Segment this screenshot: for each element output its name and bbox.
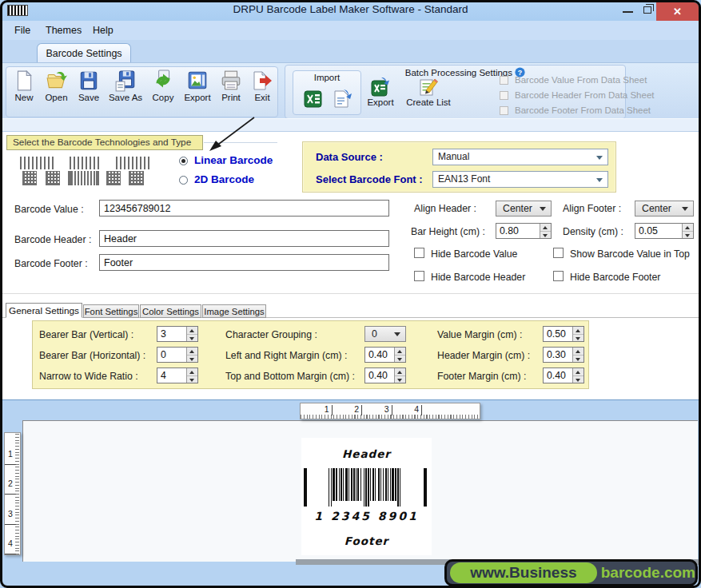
- spinner-buttons[interactable]: [572, 348, 584, 362]
- batch-value-checkbox[interactable]: [500, 76, 508, 85]
- ribbon-lower-strip: [0, 118, 701, 132]
- spin-up-icon: [543, 226, 548, 229]
- spinner-buttons[interactable]: [186, 327, 197, 341]
- copy-button[interactable]: Copy: [146, 70, 180, 116]
- restore-button[interactable]: [643, 6, 651, 14]
- ruler-number: 2: [340, 404, 359, 414]
- vertical-ruler: 1234: [4, 432, 21, 555]
- spin-down-icon: [397, 379, 402, 382]
- spinner-buttons[interactable]: [394, 348, 405, 362]
- align-header-select[interactable]: Center: [496, 201, 552, 217]
- footer-margin-spinner[interactable]: 0.40: [543, 368, 584, 383]
- tab-general-settings[interactable]: General Settings: [6, 303, 82, 318]
- spinner-buttons[interactable]: [682, 224, 693, 238]
- tab-image-settings[interactable]: Image Settings: [202, 304, 266, 318]
- data-source-value: Manual: [438, 151, 469, 162]
- open-button[interactable]: Open: [40, 70, 73, 116]
- excel-icon[interactable]: [303, 89, 324, 109]
- hide-barcode-header-label: Hide Barcode Header: [431, 272, 525, 283]
- barcode-footer-label: Barcode Footer :: [14, 258, 88, 269]
- lr-margin-spinner[interactable]: 0.40: [364, 347, 406, 363]
- minimize-button[interactable]: [623, 11, 633, 13]
- spinner-buttons[interactable]: [540, 224, 551, 238]
- hide-barcode-header-checkbox[interactable]: [414, 271, 424, 281]
- barcode-graphic: [301, 468, 432, 507]
- linear-barcode-label[interactable]: Linear Barcode: [194, 154, 273, 166]
- spinner-buttons[interactable]: [394, 368, 405, 383]
- create-list-button[interactable]: Create List: [402, 77, 455, 107]
- data-source-select[interactable]: Manual: [432, 149, 608, 165]
- spinner-buttons[interactable]: [572, 327, 584, 341]
- exit-label: Exit: [254, 93, 269, 102]
- spinner-buttons[interactable]: [186, 368, 197, 383]
- barcode-header-input[interactable]: [99, 230, 389, 247]
- barcode-bar: [357, 468, 359, 501]
- close-button[interactable]: ✕: [656, 2, 699, 21]
- density-spinner[interactable]: 0.05: [635, 223, 694, 239]
- barcode-value-input[interactable]: [99, 200, 389, 217]
- save-button[interactable]: Save: [73, 70, 105, 116]
- export-button[interactable]: Export: [180, 70, 215, 116]
- tab-font-settings[interactable]: Font Settings: [83, 304, 139, 318]
- batch-value-label: Barcode Value From Data Sheet: [515, 75, 647, 85]
- spinner-buttons[interactable]: [572, 368, 584, 383]
- spin-up-icon: [576, 371, 580, 374]
- barcode-bar: [400, 468, 400, 507]
- barcode-label-preview[interactable]: Header 1 2345 8901 Footer: [301, 438, 432, 555]
- linear-barcode-radio[interactable]: [179, 157, 188, 165]
- barcode-bar: [368, 468, 369, 507]
- menu-file[interactable]: File: [14, 21, 30, 40]
- print-button[interactable]: Print: [215, 70, 247, 116]
- align-footer-select[interactable]: Center: [635, 201, 694, 217]
- narrow-wide-ratio-value: 4: [157, 368, 186, 383]
- tb-margin-spinner[interactable]: 0.40: [364, 368, 406, 383]
- barcode-font-value: EAN13 Font: [438, 173, 490, 185]
- create-list-label: Create List: [406, 97, 451, 107]
- bearer-horizontal-spinner[interactable]: 0: [157, 347, 198, 363]
- hide-barcode-footer-checkbox[interactable]: [553, 271, 564, 281]
- bar-height-spinner[interactable]: 0.80: [496, 223, 552, 239]
- print-label: Print: [221, 93, 241, 102]
- 2d-barcode-radio[interactable]: [179, 176, 188, 185]
- preview-value-text: 1 2345 8901: [301, 510, 432, 522]
- batch-export-button[interactable]: Export: [362, 77, 399, 107]
- barcode-bar: [385, 468, 387, 501]
- batch-footer-checkbox[interactable]: [500, 106, 508, 115]
- pdf417-icon: [68, 171, 99, 185]
- exit-icon: [251, 70, 273, 92]
- menu-themes[interactable]: Themes: [46, 21, 82, 40]
- ruler-major-tick: [421, 405, 422, 415]
- barcode-bar: [392, 468, 394, 501]
- preview-header-text: Header: [301, 447, 432, 460]
- 2d-barcode-label[interactable]: 2D Barcode: [194, 173, 254, 185]
- footer-margin-label: Footer Margin (cm) :: [437, 371, 526, 382]
- narrow-wide-ratio-spinner[interactable]: 4: [157, 368, 198, 383]
- aztec-icon: [106, 171, 121, 185]
- value-margin-spinner[interactable]: 0.50: [543, 326, 584, 342]
- menu-help[interactable]: Help: [93, 21, 114, 40]
- barcode-value-label: Barcode Value :: [14, 204, 84, 215]
- barcode-font-label: Select Barcode Font :: [316, 173, 423, 185]
- new-button[interactable]: New: [8, 70, 40, 116]
- document-arrow-icon[interactable]: [332, 89, 352, 109]
- barcode-footer-input[interactable]: [99, 254, 389, 271]
- character-grouping-select[interactable]: 0: [364, 326, 406, 342]
- chevron-down-icon: [682, 207, 688, 211]
- show-value-top-checkbox[interactable]: [553, 248, 564, 258]
- tab-barcode-settings[interactable]: Barcode Settings: [37, 43, 131, 63]
- qr-code-icon: [46, 171, 60, 185]
- bearer-vertical-spinner[interactable]: 3: [157, 326, 198, 342]
- spin-up-icon: [685, 226, 690, 229]
- bearer-bar-left: [304, 468, 307, 507]
- save-as-button[interactable]: Save As: [105, 70, 146, 116]
- exit-button[interactable]: Exit: [247, 70, 277, 116]
- header-margin-spinner[interactable]: 0.30: [543, 347, 584, 363]
- barcode-font-select[interactable]: EAN13 Font: [432, 171, 608, 188]
- chevron-down-icon: [540, 207, 546, 211]
- ruler-number: 4: [6, 538, 14, 548]
- batch-header-checkbox[interactable]: [500, 91, 508, 100]
- data-source-label: Data Source :: [316, 151, 383, 163]
- spinner-buttons[interactable]: [186, 348, 197, 362]
- hide-barcode-value-checkbox[interactable]: [414, 248, 424, 258]
- tab-color-settings[interactable]: Color Settings: [140, 304, 201, 318]
